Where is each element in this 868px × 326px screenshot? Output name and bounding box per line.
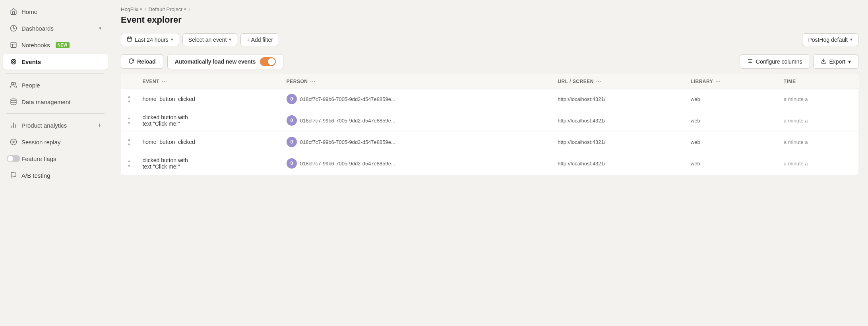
time-cell: a minute a bbox=[778, 152, 858, 175]
expand-arrows[interactable]: ▲ ▼ bbox=[127, 159, 132, 168]
svg-point-7 bbox=[11, 99, 16, 101]
sidebar-item-label: Data management bbox=[21, 99, 70, 105]
person-id: 018cf7c7-99b6-7005-9dd2-d547e8859e... bbox=[300, 161, 395, 167]
person-cell: 0 018cf7c7-99b6-7005-9dd2-d547e8859e... bbox=[281, 132, 552, 152]
event-cell: home_button_clicked bbox=[137, 89, 281, 109]
breadcrumb: HogFlix ▾ / Default Project ▾ / bbox=[121, 6, 858, 12]
svg-marker-12 bbox=[13, 141, 15, 143]
person-id: 018cf7c7-99b6-7005-9dd2-d547e8859e... bbox=[300, 118, 395, 124]
chevron-down-icon: ▾ bbox=[171, 37, 173, 42]
time-range-label: Last 24 hours bbox=[135, 37, 169, 43]
event-name: home_button_clicked bbox=[143, 96, 195, 102]
table-row[interactable]: ▲ ▼ home_button_clicked 0 018cf7c7-99b6-… bbox=[121, 132, 858, 152]
configure-icon bbox=[747, 58, 753, 65]
new-badge: NEW bbox=[56, 42, 70, 48]
person-cell: 0 018cf7c7-99b6-7005-9dd2-d547e8859e... bbox=[281, 109, 552, 132]
right-actions: Configure columns Export ▾ bbox=[740, 54, 858, 69]
sidebar-item-events[interactable]: Events bbox=[3, 54, 108, 70]
export-icon bbox=[821, 58, 827, 65]
url-cell: http://localhost:4321/ bbox=[552, 132, 685, 152]
export-label: Export bbox=[829, 58, 845, 65]
auto-load-container: Automatically load new events bbox=[167, 54, 283, 69]
chevron-down-icon: ▾ bbox=[848, 58, 851, 65]
people-icon bbox=[10, 81, 17, 89]
svg-rect-1 bbox=[11, 42, 16, 48]
posthog-default-button[interactable]: PostHog default ▾ bbox=[802, 33, 858, 46]
home-icon bbox=[10, 8, 17, 16]
sidebar-item-label: Feature flags bbox=[21, 155, 56, 162]
main-content: HogFlix ▾ / Default Project ▾ / Event ex… bbox=[111, 0, 868, 326]
svg-point-4 bbox=[13, 61, 15, 63]
reload-button[interactable]: Reload bbox=[121, 54, 163, 69]
expand-down-icon: ▼ bbox=[127, 121, 131, 125]
table-row[interactable]: ▲ ▼ home_button_clicked 0 018cf7c7-99b6-… bbox=[121, 89, 858, 109]
posthog-default-label: PostHog default bbox=[808, 37, 848, 43]
add-filter-label: + Add filter bbox=[246, 37, 273, 43]
add-filter-button[interactable]: + Add filter bbox=[240, 33, 279, 46]
sidebar-item-dashboards[interactable]: Dashboards ▾ bbox=[3, 20, 108, 36]
table-header-row: EVENT ··· PERSON ··· URL / SCREEN bbox=[121, 74, 858, 89]
url-col-options[interactable]: ··· bbox=[596, 78, 601, 85]
table-row[interactable]: ▲ ▼ clicked button with text "Click me!"… bbox=[121, 109, 858, 132]
events-icon bbox=[10, 58, 17, 66]
url-cell: http://localhost:4321/ bbox=[552, 109, 685, 132]
breadcrumb-sep-2: / bbox=[189, 6, 190, 12]
expand-arrows[interactable]: ▲ ▼ bbox=[127, 116, 132, 125]
sidebar-item-ab-testing[interactable]: A/B testing bbox=[3, 167, 108, 183]
data-management-icon bbox=[10, 98, 17, 106]
url-cell: http://localhost:4321/ bbox=[552, 89, 685, 109]
time-range-button[interactable]: Last 24 hours ▾ bbox=[121, 33, 179, 46]
sidebar-item-feature-flags[interactable]: Feature flags bbox=[3, 151, 108, 167]
event-col-options[interactable]: ··· bbox=[162, 78, 167, 85]
export-button[interactable]: Export ▾ bbox=[813, 54, 858, 69]
expand-up-icon: ▲ bbox=[127, 116, 131, 120]
library-col-options[interactable]: ··· bbox=[715, 78, 721, 85]
sidebar-item-product-analytics[interactable]: Product analytics + bbox=[3, 117, 108, 133]
header: HogFlix ▾ / Default Project ▾ / Event ex… bbox=[111, 0, 868, 30]
col-url: URL / SCREEN ··· bbox=[552, 74, 685, 89]
expand-up-icon: ▲ bbox=[127, 159, 131, 163]
time-cell: a minute a bbox=[778, 89, 858, 109]
breadcrumb-project[interactable]: Default Project ▾ bbox=[149, 6, 186, 12]
sidebar-item-label: Session replay bbox=[21, 139, 60, 146]
table-row[interactable]: ▲ ▼ clicked button with text "Click me!"… bbox=[121, 152, 858, 175]
sidebar-item-notebooks[interactable]: Notebooks NEW bbox=[3, 37, 108, 53]
breadcrumb-org[interactable]: HogFlix ▾ bbox=[121, 6, 142, 12]
sidebar-item-home[interactable]: Home bbox=[3, 4, 108, 19]
person-col-options[interactable]: ··· bbox=[310, 78, 316, 85]
svg-point-6 bbox=[12, 82, 14, 85]
event-name: home_button_clicked bbox=[143, 139, 195, 145]
expand-down-icon: ▼ bbox=[127, 99, 131, 104]
person-cell: 0 018cf7c7-99b6-7005-9dd2-d547e8859e... bbox=[281, 152, 552, 175]
expand-arrows[interactable]: ▲ ▼ bbox=[127, 94, 132, 104]
product-analytics-icon bbox=[10, 121, 17, 129]
auto-load-toggle[interactable] bbox=[260, 57, 276, 66]
expand-cell: ▲ ▼ bbox=[121, 109, 137, 132]
select-event-button[interactable]: Select an event ▾ bbox=[182, 33, 238, 46]
event-name: clicked button with text "Click me!" bbox=[143, 114, 188, 127]
person-avatar: 0 bbox=[287, 115, 297, 126]
feature-flags-icon bbox=[10, 155, 17, 163]
col-event: EVENT ··· bbox=[137, 74, 281, 89]
session-replay-icon bbox=[10, 138, 17, 146]
event-cell: clicked button with text "Click me!" bbox=[137, 109, 281, 132]
breadcrumb-sep-1: / bbox=[145, 6, 146, 12]
configure-columns-button[interactable]: Configure columns bbox=[740, 54, 810, 69]
sidebar-item-data-management[interactable]: Data management bbox=[3, 94, 108, 110]
expand-cell: ▲ ▼ bbox=[121, 152, 137, 175]
svg-rect-14 bbox=[128, 37, 132, 41]
expand-up-icon: ▲ bbox=[127, 94, 131, 99]
sidebar-item-session-replay[interactable]: Session replay bbox=[3, 134, 108, 150]
action-bar: Reload Automatically load new events Con… bbox=[111, 51, 868, 74]
person-avatar: 0 bbox=[287, 158, 297, 169]
auto-load-label: Automatically load new events bbox=[175, 58, 256, 65]
configure-columns-label: Configure columns bbox=[756, 58, 802, 65]
sidebar-item-label: Home bbox=[21, 8, 37, 15]
sidebar-item-people[interactable]: People bbox=[3, 77, 108, 93]
expand-arrows[interactable]: ▲ ▼ bbox=[127, 137, 132, 147]
sidebar-item-label: Dashboards bbox=[21, 25, 54, 32]
sidebar: Home Dashboards ▾ Notebooks NEW Events bbox=[0, 0, 111, 326]
plus-icon[interactable]: + bbox=[98, 122, 101, 129]
chevron-down-icon: ▾ bbox=[99, 25, 101, 31]
time-cell: a minute a bbox=[778, 132, 858, 152]
